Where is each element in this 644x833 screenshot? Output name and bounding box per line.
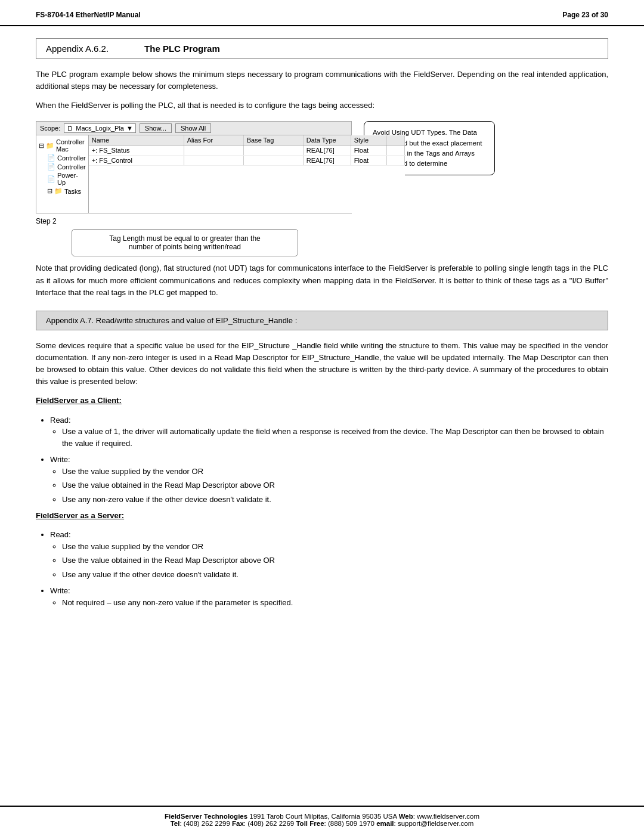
col-extra (387, 135, 405, 145)
tree-children: 📄 Controller 📄 Controller 📄 Power-Up (47, 153, 86, 196)
scope-arrow-icon: ▼ (126, 125, 133, 132)
footer-line1: FieldServer Technologies 1991 Tarob Cour… (36, 813, 608, 820)
write-sub3: Use any non-zero value if the other devi… (62, 494, 608, 506)
footer-web-label: Web: www.fieldserver.com (399, 813, 479, 820)
col-style: Style (351, 135, 387, 145)
tree-item-label4: Tasks (64, 188, 81, 195)
expand-icon2: ⊟ (47, 187, 52, 195)
tree-controller2: 📄 Controller (47, 162, 86, 171)
row1-name: +: FS_Status (89, 145, 184, 155)
write-sub1: Use the value supplied by the vendor OR (62, 466, 608, 478)
table-row-1: +: FS_Status REAL[76] Float (89, 145, 405, 156)
fs-client-write: Write: Use the value supplied by the ven… (50, 454, 608, 505)
table-row-2: +: FS_Control REAL[76] Float (89, 156, 405, 166)
step-label: Step 2 (36, 217, 57, 225)
col-name: Name (89, 135, 184, 145)
plc-main: ⊟ 📁 Controller Mac 📄 Controller (36, 135, 351, 213)
tree-expand-icon: ⊟ (39, 142, 44, 150)
table-header: Name Alias For Base Tag Data Type Style (89, 135, 405, 145)
row2-extra (387, 156, 405, 165)
plc-screenshot: Scope: 🗒 Macs_Logix_Pla ▼ Show... Show A… (36, 121, 352, 213)
scope-value: Macs_Logix_Pla (76, 125, 124, 132)
appendix-a7-box: Appendix A.7. Read/write structures and … (36, 311, 608, 330)
fs-client-list: Read: Use a value of 1, the driver will … (50, 414, 608, 506)
scope-dropdown[interactable]: 🗒 Macs_Logix_Pla ▼ (64, 123, 136, 133)
tree-item-label2: Controller (57, 163, 86, 171)
col-base: Base Tag (244, 135, 304, 145)
page-header: FS-8704-14 EtherNet/IP Manual Page 23 of… (0, 0, 644, 26)
footer-tel: Tel: (408) 262 2299 Fax: (408) 262 2269 … (171, 820, 474, 827)
fs-server-heading-text: FieldServer as a Server: (36, 511, 124, 520)
read-sub1: Use a value of 1, the driver will automa… (62, 426, 608, 449)
folder-icon2: 📁 (54, 187, 63, 195)
appendix-a7-label: Appendix A.7. Read/write structures and … (46, 316, 297, 325)
fs-client-read-sub: Use a value of 1, the driver will automa… (62, 426, 608, 449)
intro-para1: The PLC program example below shows the … (36, 69, 608, 92)
plc-toolbar: Scope: 🗒 Macs_Logix_Pla ▼ Show... Show A… (36, 122, 351, 135)
page-footer: FieldServer Technologies 1991 Tarob Cour… (0, 806, 644, 833)
server-read-label: Read: (50, 530, 71, 539)
col-alias: Alias For (184, 135, 244, 145)
tag-length-callout: Tag Length must be equal to or greater t… (72, 229, 298, 256)
fs-server-read: Read: Use the value supplied by the vend… (50, 529, 608, 580)
a7-para1: Some devices require that a specific val… (36, 340, 608, 388)
screenshot-area: Scope: 🗒 Macs_Logix_Pla ▼ Show... Show A… (36, 121, 608, 256)
tree-root-label: Controller Mac (56, 138, 86, 153)
server-read-sub1: Use the value supplied by the vendor OR (62, 541, 608, 553)
appendix-a62-title: The PLC Program (144, 44, 220, 54)
footer-company: FieldServer Technologies (165, 813, 247, 820)
row2-alias (184, 156, 244, 165)
footer-line2: Tel: (408) 262 2299 Fax: (408) 262 2269 … (36, 820, 608, 827)
plc-tree: ⊟ 📁 Controller Mac 📄 Controller (36, 135, 89, 213)
fs-server-read-sub: Use the value supplied by the vendor OR … (62, 541, 608, 581)
tree-controller1: 📄 Controller (47, 153, 86, 162)
fs-server-write-sub: Not required – use any non-zero value if… (62, 597, 608, 609)
row1-dtype: REAL[76] (304, 145, 351, 155)
row1-base (244, 145, 304, 155)
row2-dtype: REAL[76] (304, 156, 351, 165)
write-sub2: Use the value obtained in the Read Map D… (62, 479, 608, 491)
tree-powerup: 📄 Power-Up (47, 171, 86, 187)
tree-item-label: Controller (57, 154, 86, 162)
server-read-sub3: Use any value if the other device doesn'… (62, 569, 608, 581)
row1-extra (387, 145, 405, 155)
row1-style: Float (351, 145, 387, 155)
fs-server-heading: FieldServer as a Server: (36, 510, 608, 522)
server-write-sub1: Not required – use any non-zero value if… (62, 597, 608, 609)
plc-table: Name Alias For Base Tag Data Type Style … (89, 135, 405, 213)
fs-client-heading-text: FieldServer as a Client: (36, 396, 122, 405)
screenshot-wrapper: Scope: 🗒 Macs_Logix_Pla ▼ Show... Show A… (36, 121, 352, 256)
doc-icon2: 📄 (47, 163, 55, 171)
tag-length-line1: Tag Length must be equal to or greater t… (82, 234, 288, 243)
row2-style: Float (351, 156, 387, 165)
main-content: Appendix A.6.2. The PLC Program The PLC … (0, 26, 644, 806)
appendix-a62-box: Appendix A.6.2. The PLC Program (36, 38, 608, 59)
col-dtype: Data Type (304, 135, 351, 145)
row2-base (244, 156, 304, 165)
fs-client-read: Read: Use a value of 1, the driver will … (50, 414, 608, 450)
scope-icon: 🗒 (67, 125, 73, 132)
folder-icon: 📁 (46, 142, 54, 150)
tag-length-line2: number of points being written/read (82, 243, 288, 251)
doc-icon3: 📄 (47, 175, 55, 183)
show-button[interactable]: Show... (140, 123, 172, 133)
show-all-button[interactable]: Show All (175, 123, 211, 133)
tree-item-label3: Power-Up (57, 172, 86, 186)
server-write-label: Write: (50, 586, 70, 595)
scope-label: Scope: (40, 125, 60, 132)
doc-icon: 📄 (47, 154, 55, 162)
server-read-sub2: Use the value obtained in the Read Map D… (62, 555, 608, 566)
write-label: Write: (50, 455, 70, 464)
header-right: Page 23 of 30 (562, 11, 608, 19)
note-para: Note that providing dedicated (long), fl… (36, 262, 608, 298)
fs-client-write-sub: Use the value supplied by the vendor OR … (62, 466, 608, 506)
appendix-a62-label: Appendix A.6.2. (46, 44, 109, 54)
footer-address: 1991 Tarob Court Milpitas, California 95… (249, 813, 398, 820)
page: FS-8704-14 EtherNet/IP Manual Page 23 of… (0, 0, 644, 833)
intro-para2: When the FieldServer is polling the PLC,… (36, 100, 608, 112)
row2-name: +: FS_Control (89, 156, 184, 165)
tree-root: ⊟ 📁 Controller Mac (39, 138, 86, 153)
header-left: FS-8704-14 EtherNet/IP Manual (36, 11, 141, 19)
read-label: Read: (50, 416, 71, 425)
fs-server-write: Write: Not required – use any non-zero v… (50, 585, 608, 608)
